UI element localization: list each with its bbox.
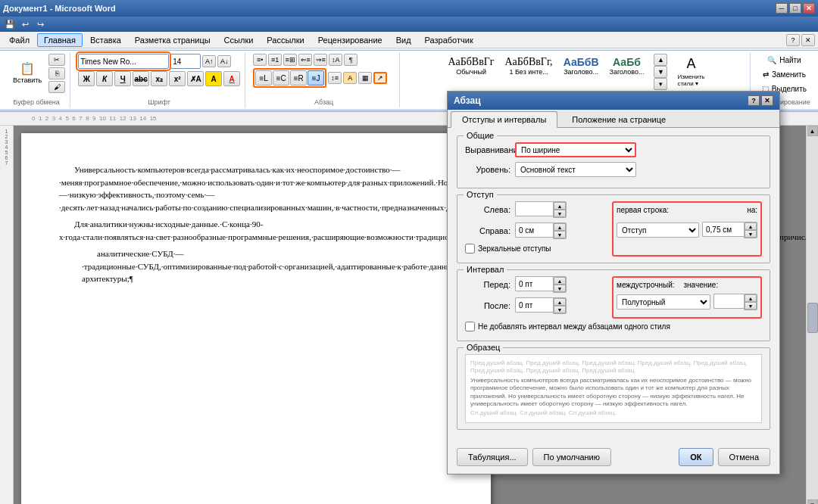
- find-button[interactable]: 🔍 Найти: [763, 54, 805, 67]
- document-page[interactable]: Универсальность·компьютеров·всегда·рассм…: [21, 133, 491, 504]
- minimize-button[interactable]: ─: [776, 3, 788, 14]
- subscript-button[interactable]: x₂: [151, 71, 167, 86]
- dialog-title-controls[interactable]: ? ✕: [748, 95, 773, 106]
- menu-insert[interactable]: Вставка: [84, 34, 127, 46]
- line-spacing-select[interactable]: Полуторный: [617, 294, 710, 310]
- level-select[interactable]: Основной текст: [515, 162, 636, 177]
- bullets-button[interactable]: ≡•: [253, 54, 267, 66]
- left-indent-input[interactable]: [515, 201, 553, 216]
- change-styles-button[interactable]: A Изменитьстили ▾: [673, 54, 708, 89]
- styles-more[interactable]: ▾: [654, 78, 667, 90]
- align-justify-button[interactable]: ≡J: [308, 70, 324, 86]
- style-no-spacing[interactable]: АаБбВвГг, 1 Без инте...: [501, 54, 557, 90]
- shading-button[interactable]: A: [343, 72, 357, 84]
- style-heading1[interactable]: АаБбВ Заголово...: [560, 54, 603, 90]
- scrollbar-thumb[interactable]: [807, 303, 818, 333]
- close-button[interactable]: ✕: [803, 3, 815, 14]
- copy-button[interactable]: ⎘: [48, 67, 65, 79]
- italic-button[interactable]: К: [96, 71, 113, 86]
- highlight-button[interactable]: A: [205, 71, 222, 86]
- align-left-button[interactable]: ≡L: [255, 70, 272, 86]
- show-marks-button[interactable]: ¶: [344, 54, 357, 66]
- first-line-up[interactable]: ▲: [745, 222, 757, 230]
- scrollbar-up-button[interactable]: ▲: [807, 126, 818, 136]
- font-name-input[interactable]: [78, 54, 169, 69]
- right-indent-input[interactable]: [515, 222, 553, 238]
- undo-qat-button[interactable]: ↩: [18, 18, 32, 30]
- scrollbar-down-button[interactable]: ▼: [807, 499, 818, 504]
- cut-button[interactable]: ✂: [48, 54, 65, 66]
- line-spacing-spinner[interactable]: ▲ ▼: [744, 294, 757, 310]
- menu-view[interactable]: Вид: [390, 34, 417, 46]
- left-indent-up[interactable]: ▲: [554, 202, 566, 210]
- restore-button[interactable]: □: [789, 3, 801, 14]
- before-spinner[interactable]: ▲ ▼: [553, 276, 567, 293]
- after-up[interactable]: ▲: [554, 298, 566, 306]
- left-indent-spinner[interactable]: ▲ ▼: [553, 201, 567, 218]
- decrease-indent-button[interactable]: ⇐≡: [298, 54, 312, 66]
- line-spacing-down[interactable]: ▼: [745, 302, 757, 310]
- vertical-scrollbar[interactable]: ▲ ▼: [806, 126, 818, 504]
- mirror-indent-checkbox[interactable]: [465, 244, 475, 254]
- right-indent-down[interactable]: ▼: [554, 231, 566, 238]
- alignment-select[interactable]: По ширине: [515, 142, 636, 157]
- menu-file[interactable]: Файл: [3, 34, 36, 46]
- format-painter-button[interactable]: 🖌: [48, 81, 65, 93]
- dialog-title-bar[interactable]: Абзац ? ✕: [448, 92, 779, 110]
- menu-page-layout[interactable]: Разметка страницы: [129, 34, 217, 46]
- menu-review[interactable]: Рецензирование: [312, 34, 389, 46]
- after-input[interactable]: [515, 297, 553, 313]
- save-qat-button[interactable]: 💾: [3, 18, 17, 30]
- menu-mailings[interactable]: Рассылки: [261, 34, 310, 46]
- paste-button[interactable]: 📋 Вставить: [8, 59, 47, 88]
- before-input[interactable]: [515, 276, 553, 291]
- after-down[interactable]: ▼: [554, 306, 566, 313]
- before-down[interactable]: ▼: [554, 285, 566, 292]
- ok-button[interactable]: ОК: [679, 448, 713, 466]
- dialog-tab-page-position[interactable]: Положение на странице: [560, 111, 677, 127]
- default-button[interactable]: По умолчанию: [532, 448, 611, 466]
- cancel-button[interactable]: Отмена: [718, 448, 770, 466]
- paragraph-dialog-button[interactable]: ↗: [373, 72, 387, 84]
- redo-qat-button[interactable]: ↪: [33, 18, 47, 30]
- line-spacing-button[interactable]: ↕≡: [328, 72, 342, 84]
- styles-scroll-up[interactable]: ▲: [654, 54, 667, 66]
- font-size-input[interactable]: [170, 54, 201, 69]
- multilevel-button[interactable]: ≡⊞: [283, 54, 297, 66]
- after-spinner[interactable]: ▲ ▼: [553, 297, 567, 314]
- replace-button[interactable]: ⇄ Заменить: [759, 68, 810, 81]
- first-line-select[interactable]: Отступ: [617, 222, 699, 238]
- no-add-interval-checkbox[interactable]: [465, 322, 475, 331]
- borders-button[interactable]: ▦: [358, 72, 372, 84]
- underline-button[interactable]: Ч: [114, 71, 131, 86]
- close-doc-button[interactable]: ✕: [801, 34, 815, 46]
- increase-font-button[interactable]: A↑: [202, 55, 216, 67]
- align-right-button[interactable]: ≡R: [290, 70, 307, 86]
- tabs-button[interactable]: Табуляция...: [457, 448, 528, 466]
- first-line-down[interactable]: ▼: [745, 230, 757, 238]
- line-spacing-up[interactable]: ▲: [745, 294, 757, 302]
- strikethrough-button[interactable]: abc: [133, 71, 149, 86]
- style-normal[interactable]: АаБбВвГг Обычный: [445, 54, 498, 90]
- style-heading2[interactable]: АаБб Заголово...: [606, 54, 648, 90]
- menu-references[interactable]: Ссылки: [218, 34, 260, 46]
- before-up[interactable]: ▲: [554, 277, 566, 285]
- numbering-button[interactable]: ≡1: [268, 54, 282, 66]
- window-controls[interactable]: ─ □ ✕: [776, 3, 815, 14]
- right-indent-spinner[interactable]: ▲ ▼: [553, 222, 567, 239]
- decrease-font-button[interactable]: A↓: [217, 55, 231, 67]
- first-line-spinner[interactable]: ▲ ▼: [744, 222, 757, 238]
- dialog-close-button[interactable]: ✕: [761, 95, 773, 106]
- left-indent-down[interactable]: ▼: [554, 210, 566, 217]
- menu-home[interactable]: Главная: [37, 33, 83, 47]
- clear-format-button[interactable]: ✗A: [187, 71, 204, 86]
- dialog-tab-indent-spacing[interactable]: Отступы и интервалы: [451, 111, 557, 128]
- right-indent-up[interactable]: ▲: [554, 223, 566, 231]
- font-color-button[interactable]: A: [223, 71, 240, 86]
- increase-indent-button[interactable]: ⇒≡: [314, 54, 327, 66]
- line-spacing-value-input[interactable]: [713, 294, 744, 309]
- sort-button[interactable]: ↕A: [329, 54, 342, 66]
- superscript-button[interactable]: x²: [169, 71, 186, 86]
- bold-button[interactable]: Ж: [78, 71, 95, 86]
- help-button[interactable]: ?: [786, 34, 800, 46]
